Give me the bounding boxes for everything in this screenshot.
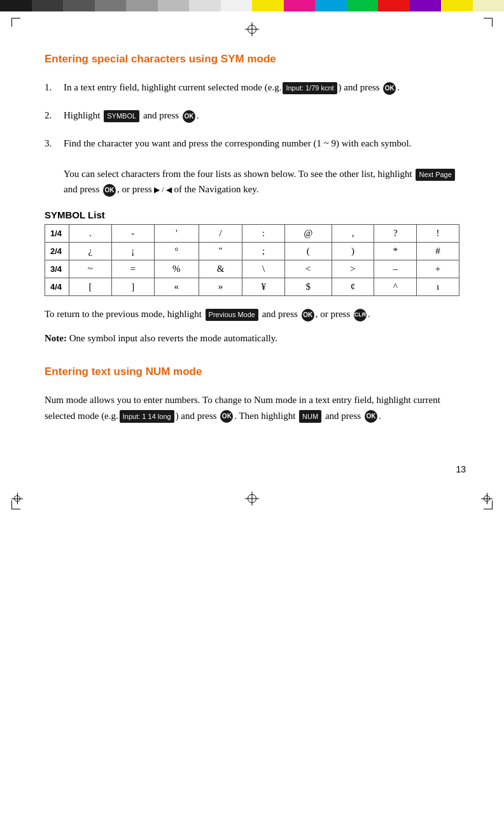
step-2-content: Highlight SYMBOL and press OK.	[64, 108, 459, 123]
return-badge: Previous Mode	[206, 309, 258, 322]
section2-period: .	[379, 411, 381, 421]
row-1-c1: .	[69, 225, 112, 243]
row-3-c2: =	[111, 260, 154, 278]
row-3-c9: +	[417, 260, 459, 278]
symbol-row-4: 4/4 [ ] « » ¥ $ ¢ ^ ı	[45, 278, 459, 296]
row-3-c1: ~	[69, 260, 112, 278]
step-3-sub: You can select characters from the four …	[64, 169, 414, 179]
section2-badge1: Input: 1 14 long	[120, 410, 174, 423]
symbol-row-1: 1/4 . - ' / : @ , ? !	[45, 225, 459, 243]
section2-text3: . Then highlight	[234, 411, 298, 421]
symbol-list-title: SYMBOL List	[45, 209, 459, 220]
row-1-c4: /	[199, 225, 242, 243]
section1-title: Entering special characters using SYM mo…	[45, 53, 459, 66]
top-margin	[0, 11, 504, 46]
symbol-table: 1/4 . - ' / : @ , ? ! 2/4 ¿ ¡ ° " ; ( ) …	[45, 224, 459, 296]
section2-ok2: OK	[365, 410, 377, 423]
row-4-c5: ¥	[242, 278, 285, 296]
return-period: .	[368, 309, 370, 319]
row-3-c5: \	[242, 260, 285, 278]
step-2: 2. Highlight SYMBOL and press OK.	[45, 108, 459, 123]
row-1-c8: ?	[374, 225, 417, 243]
step-2-num: 2.	[45, 108, 64, 123]
section2-ok1: OK	[220, 410, 233, 423]
row-1-label: 1/4	[45, 225, 69, 243]
row-1-c2: -	[111, 225, 154, 243]
step-1-period: .	[397, 82, 400, 92]
row-2-label: 2/4	[45, 243, 69, 260]
step-1-ok-btn: OK	[383, 82, 396, 95]
nav-arrows: ▶ / ◀	[154, 185, 171, 194]
return-note: To return to the previous mode, highligh…	[45, 306, 459, 322]
step-3-num: 3.	[45, 136, 64, 197]
step-1-content: In a text entry field, highlight current…	[64, 80, 459, 95]
row-3-c6: <	[285, 260, 332, 278]
row-3-c8: –	[374, 260, 417, 278]
section2-title: Entering text using NUM mode	[45, 365, 459, 378]
step-3-ok: OK	[103, 184, 116, 197]
row-4-label: 4/4	[45, 278, 69, 296]
row-2-c7: )	[332, 243, 374, 260]
section2-text2: ) and press	[176, 411, 220, 421]
step-1-text-before: In a text entry field, highlight current…	[64, 82, 281, 92]
step-2-badge: SYMBOL	[104, 110, 139, 123]
bottom-margin	[0, 481, 504, 516]
symbol-row-2: 2/4 ¿ ¡ ° " ; ( ) * #	[45, 243, 459, 260]
return-text2: and press	[260, 309, 300, 319]
step-3-or: , or press	[117, 184, 154, 194]
row-2-c2: ¡	[111, 243, 154, 260]
step-1-num: 1.	[45, 80, 64, 95]
section2-body: Num mode allows you to enter numbers. To…	[45, 392, 459, 424]
step-3-main: Find the character you want and press th…	[64, 138, 411, 148]
return-text3: , or press	[316, 309, 353, 319]
row-4-c9: ı	[417, 278, 459, 296]
row-4-c6: $	[285, 278, 332, 296]
symbol-row-3: 3/4 ~ = % & \ < > – +	[45, 260, 459, 278]
row-4-c8: ^	[374, 278, 417, 296]
step-2-and-press: and press	[141, 110, 181, 120]
step-3-and-press: and press	[64, 184, 102, 194]
note-para: Note: One symbol input also reverts the …	[45, 330, 459, 346]
row-3-c3: %	[154, 260, 199, 278]
color-bar-top	[0, 0, 504, 11]
section2-text4: and press	[323, 411, 363, 421]
row-4-c3: «	[154, 278, 199, 296]
step-2-ok-btn: OK	[183, 110, 195, 123]
step-3-content: Find the character you want and press th…	[64, 136, 459, 197]
section2-badge2: NUM	[299, 410, 321, 423]
step-1: 1. In a text entry field, highlight curr…	[45, 80, 459, 95]
step-2-highlight: Highlight	[64, 110, 102, 120]
row-2-c8: *	[374, 243, 417, 260]
section2: Entering text using NUM mode Num mode al…	[45, 365, 459, 424]
steps-list: 1. In a text entry field, highlight curr…	[45, 80, 459, 197]
step-1-badge: Input: 1/79 kcnt	[283, 82, 337, 95]
step-3-nav-text: of the Navigation key.	[172, 184, 259, 194]
step-2-period: .	[197, 110, 199, 120]
row-1-c5: :	[242, 225, 285, 243]
row-3-c7: >	[332, 260, 374, 278]
row-1-c9: !	[417, 225, 459, 243]
row-2-c6: (	[285, 243, 332, 260]
row-1-c7: ,	[332, 225, 374, 243]
return-text1: To return to the previous mode, highligh…	[45, 309, 204, 319]
note-text: One symbol input also reverts the mode a…	[69, 333, 277, 343]
main-content: Entering special characters using SYM mo…	[0, 46, 504, 458]
return-clr-btn: CLR	[354, 309, 367, 322]
row-2-c9: #	[417, 243, 459, 260]
row-3-c4: &	[199, 260, 242, 278]
row-2-c3: °	[154, 243, 199, 260]
row-1-c3: '	[154, 225, 199, 243]
row-3-label: 3/4	[45, 260, 69, 278]
note-label: Note:	[45, 333, 67, 343]
page-number: 13	[0, 464, 504, 474]
step-1-text-mid: ) and press	[339, 82, 382, 92]
row-2-c1: ¿	[69, 243, 112, 260]
step-3-badge: Next Page	[416, 169, 454, 181]
row-2-c4: "	[199, 243, 242, 260]
row-1-c6: @	[285, 225, 332, 243]
return-ok-btn: OK	[302, 309, 314, 322]
row-4-c4: »	[199, 278, 242, 296]
step-3: 3. Find the character you want and press…	[45, 136, 459, 197]
row-2-c5: ;	[242, 243, 285, 260]
row-4-c1: [	[69, 278, 112, 296]
